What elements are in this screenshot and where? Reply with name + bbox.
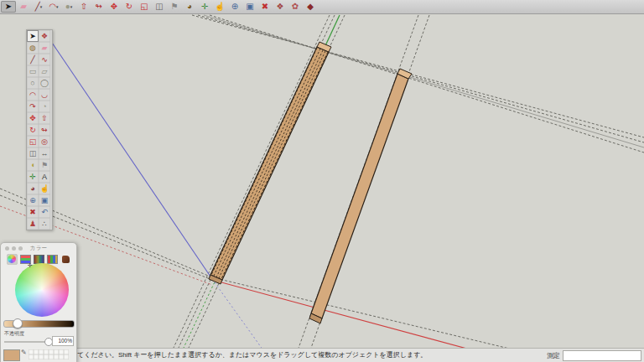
zoom-extents-tool[interactable]: ✖ [27, 206, 39, 218]
arc-tool[interactable]: ◠ [27, 89, 39, 101]
rotated-rectangle-tool-icon: ▱ [42, 68, 48, 75]
materials-tool-icon: ✿ [292, 3, 299, 11]
pan-tool[interactable]: ☝ [212, 1, 227, 13]
color-spectrum-icon [34, 255, 44, 264]
circle-tool-icon: ○ [30, 80, 34, 87]
freehand-tool[interactable]: ∿ [39, 54, 50, 65]
eraser-tool[interactable]: ▰ [39, 42, 50, 54]
pan-tool[interactable]: ☝ [39, 183, 50, 194]
arc-tool-dropdown-icon[interactable]: ▾ [56, 4, 59, 9]
measurements-input[interactable] [563, 350, 641, 361]
line-tool-dropdown-icon[interactable]: ▾ [40, 4, 43, 9]
axes-tool-icon: ✛ [29, 173, 36, 181]
push-pull-tool-icon: ⇧ [80, 3, 87, 11]
select-tool[interactable]: ➤ [27, 30, 39, 42]
tape-measure-tool[interactable]: ◫ [27, 147, 39, 159]
swatch-cell[interactable] [64, 354, 69, 359]
eyedropper-icon[interactable]: ✎ [21, 349, 27, 356]
color-wheel-crosshair-icon[interactable]: ✛ [28, 262, 33, 269]
paint-bucket-tool[interactable]: ◍ [27, 42, 39, 54]
follow-me-tool[interactable]: ↬ [91, 1, 106, 13]
ellipse-tool-icon: ◯ [40, 80, 49, 87]
three-point-arc-tool[interactable]: ↷ [27, 101, 39, 112]
line-tool[interactable]: ╱▾ [31, 1, 46, 13]
materials-tool[interactable]: ✿ [288, 1, 303, 13]
color-palettes-tab[interactable] [47, 254, 58, 265]
eraser-tool[interactable]: ▰ [16, 1, 31, 13]
protractor-tool-icon: ◖ [30, 162, 34, 169]
orbit-tool[interactable]: ◕ [182, 1, 197, 13]
color-pencils-icon [62, 256, 70, 263]
3d-text-tool[interactable]: A [39, 171, 50, 183]
colors-panel-titlebar[interactable]: カラー [1, 243, 76, 252]
pan-tool-icon: ☝ [215, 3, 225, 11]
rotated-rectangle-tool[interactable]: ▱ [39, 65, 50, 77]
text-tool[interactable]: ⚑ [167, 1, 182, 13]
axes-tool[interactable]: ✛ [27, 171, 39, 183]
circle-tool[interactable]: ○ [27, 77, 39, 89]
make-component-tool[interactable]: ❖ [39, 30, 50, 42]
current-color-well[interactable] [3, 349, 20, 361]
scale-tool[interactable]: ◱ [27, 136, 39, 147]
protractor-tool[interactable]: ◖ [27, 159, 39, 171]
minimize-window-icon[interactable] [12, 246, 16, 251]
components-tool[interactable]: ◆ [303, 1, 318, 13]
two-point-arc-tool[interactable]: ◡ [39, 89, 50, 101]
zoom-window-tool-icon: ▣ [41, 197, 49, 204]
zoom-window-tool[interactable]: ▣ [242, 1, 257, 13]
colors-panel: カラー ✛ 不透明度 100% ✎ [0, 242, 77, 362]
zoom-tool[interactable]: ⊕ [27, 194, 39, 206]
color-wheel-icon [8, 255, 16, 263]
position-camera-tool[interactable]: ♟ [27, 218, 39, 230]
color-wheel[interactable] [15, 263, 69, 317]
rotate-tool[interactable]: ↻ [27, 124, 39, 136]
rotate-tool[interactable]: ↻ [122, 1, 137, 13]
line-tool[interactable]: ╱ [27, 54, 39, 65]
push-pull-tool[interactable]: ⇧ [39, 112, 50, 124]
follow-me-tool-icon: ↬ [96, 3, 102, 11]
shapes-tool[interactable]: ●▾ [61, 1, 76, 13]
walk-tool[interactable]: ∴ [39, 218, 50, 230]
previous-view-tool[interactable]: ↶ [39, 206, 50, 218]
rectangle-tool[interactable]: ▭ [27, 65, 39, 77]
zoom-extents-tool[interactable]: ✖ [257, 1, 273, 13]
measurements-group: 測定 [547, 350, 641, 361]
opacity-slider[interactable] [4, 341, 50, 343]
pan-tool-icon: ☝ [39, 185, 49, 193]
zoom-tool-icon: ⊕ [231, 3, 238, 11]
scale-tool-icon: ◱ [29, 138, 37, 146]
eraser-tool-icon: ▰ [42, 44, 48, 52]
3d-text-tool-icon: A [42, 173, 47, 181]
push-pull-tool[interactable]: ⇧ [76, 1, 91, 13]
text-tool[interactable]: ⚑ [39, 159, 50, 171]
arc-tool[interactable]: ◠▾ [46, 1, 61, 13]
eraser-tool-icon: ▰ [20, 3, 27, 11]
zoom-window-icon[interactable] [18, 246, 23, 251]
move-tool[interactable]: ✥ [106, 1, 122, 13]
move-tool-icon: ✥ [29, 115, 36, 122]
zoom-tool[interactable]: ⊕ [227, 1, 242, 13]
color-wheel-tab[interactable] [7, 254, 18, 265]
viewport-3d[interactable] [0, 0, 644, 362]
orbit-tool[interactable]: ◕ [27, 183, 39, 194]
shapes-tool-dropdown-icon[interactable]: ▾ [70, 4, 73, 9]
walk-tool-icon: ∴ [42, 220, 47, 228]
select-tool-icon: ➤ [5, 3, 12, 11]
styles-tool[interactable]: ❖ [273, 1, 288, 13]
select-tool[interactable]: ➤ [1, 1, 16, 13]
ellipse-tool[interactable]: ◯ [39, 77, 50, 89]
pie-tool[interactable]: ◔ [39, 101, 50, 112]
previous-view-tool-icon: ↶ [41, 209, 48, 216]
color-pencils-tab[interactable] [60, 254, 71, 265]
offset-tool[interactable]: ◎ [39, 136, 50, 147]
orbit-tool-icon: ◕ [30, 185, 34, 193]
axes-tool[interactable]: ✛ [197, 1, 212, 13]
dimension-tool[interactable]: ↔ [39, 147, 50, 159]
close-window-icon[interactable] [5, 246, 9, 251]
brightness-slider-knob[interactable] [13, 318, 23, 328]
follow-me-tool[interactable]: ↬ [39, 124, 50, 136]
scale-tool[interactable]: ◱ [137, 1, 152, 13]
zoom-window-tool[interactable]: ▣ [39, 194, 50, 206]
move-tool[interactable]: ✥ [27, 112, 39, 124]
tape-measure-tool[interactable]: ◫ [152, 1, 167, 13]
